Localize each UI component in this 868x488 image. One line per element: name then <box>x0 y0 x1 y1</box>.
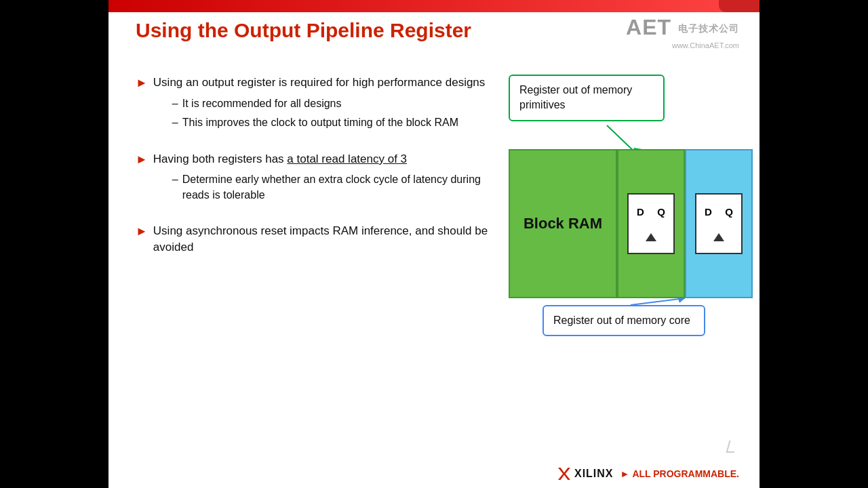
dff2-row: D Q <box>701 206 737 218</box>
aet-logo: AET 电子技术公司 <box>626 15 739 40</box>
block-ram-label: Block RAM <box>524 214 602 234</box>
bullet-item-2: ► Having both registers has a total read… <box>136 151 488 209</box>
dff1-box: D Q <box>627 193 675 254</box>
bullet-arrow-1: ► <box>136 76 148 90</box>
dff2-box: D Q <box>695 193 743 254</box>
bullet-text-2-underline: a total read latency of 3 <box>287 152 407 165</box>
aet-url: www.ChinaAET.com <box>626 41 739 49</box>
callout-top-text: Register out of memory primitives <box>519 84 632 110</box>
page-title: Using the Output Pipeline Register <box>136 19 471 42</box>
callout-top-box: Register out of memory primitives <box>509 75 665 121</box>
dff2-clock-symbol <box>713 233 724 241</box>
bullet-item-1: ► Using an output register is required f… <box>136 75 488 136</box>
xilinx-logo: XILINX <box>558 468 614 480</box>
dff1-q: Q <box>657 206 665 218</box>
all-programmable-tagline: ► ALL PROGRAMMABLE. <box>620 468 739 479</box>
sub-bullet-2-1: – Determine early whether an extra clock… <box>172 172 488 203</box>
diagram-panel: Register out of memory primitives Block … <box>502 75 746 447</box>
bullet-arrow-2: ► <box>136 152 148 167</box>
dff1-row: D Q <box>633 206 669 218</box>
dff1-clock-symbol <box>646 233 656 241</box>
bullet-arrow-3: ► <box>136 224 148 239</box>
dff2-d: D <box>705 206 712 218</box>
dff2-q: Q <box>725 206 733 218</box>
slide-container: AET 电子技术公司 www.ChinaAET.com Using the Ou… <box>108 0 760 488</box>
content-area: ► Using an output register is required f… <box>136 75 746 447</box>
right-black-panel <box>760 0 868 488</box>
footer: XILINX ► ALL PROGRAMMABLE. <box>558 468 739 480</box>
bullet-text-3: Using asynchronous reset impacts RAM inf… <box>153 224 488 253</box>
logo-area: AET 电子技术公司 www.ChinaAET.com <box>626 15 739 49</box>
text-panel: ► Using an output register is required f… <box>136 75 488 447</box>
dff1-d: D <box>637 206 644 218</box>
ram-diagram: Block RAM D Q D <box>509 149 753 298</box>
xilinx-brand-text: XILINX <box>574 468 614 480</box>
left-black-panel <box>0 0 108 488</box>
sub-bullet-1-2: – This improves the clock to output timi… <box>172 115 486 130</box>
sub-bullets-2: – Determine early whether an extra clock… <box>172 172 488 203</box>
tagline-text: ALL PROGRAMMABLE. <box>632 468 739 479</box>
top-bar <box>108 0 760 12</box>
register-blue-section: D Q <box>685 149 753 298</box>
svg-line-2 <box>631 298 685 305</box>
aet-text: AET <box>626 15 671 39</box>
callout-bottom-box: Register out of memory core <box>542 305 705 336</box>
bullet-text-1: Using an output register is required for… <box>153 76 486 89</box>
sub-bullets-1: – It is recommended for all designs – Th… <box>172 96 486 131</box>
bullet-text-2: Having both registers has a total read l… <box>153 152 407 165</box>
xilinx-x-icon <box>558 468 570 480</box>
ap-arrow-icon: ► <box>620 468 630 479</box>
aet-chinese: 电子技术公司 <box>678 23 739 34</box>
bullet-text-2-plain: Having both registers has <box>153 152 288 165</box>
register-green-section: D Q <box>617 149 685 298</box>
block-ram-section: Block RAM <box>509 149 617 298</box>
bullet-item-3: ► Using asynchronous reset impacts RAM i… <box>136 223 488 256</box>
sub-bullet-1-1: – It is recommended for all designs <box>172 96 486 111</box>
callout-bottom-text: Register out of memory core <box>553 314 690 326</box>
